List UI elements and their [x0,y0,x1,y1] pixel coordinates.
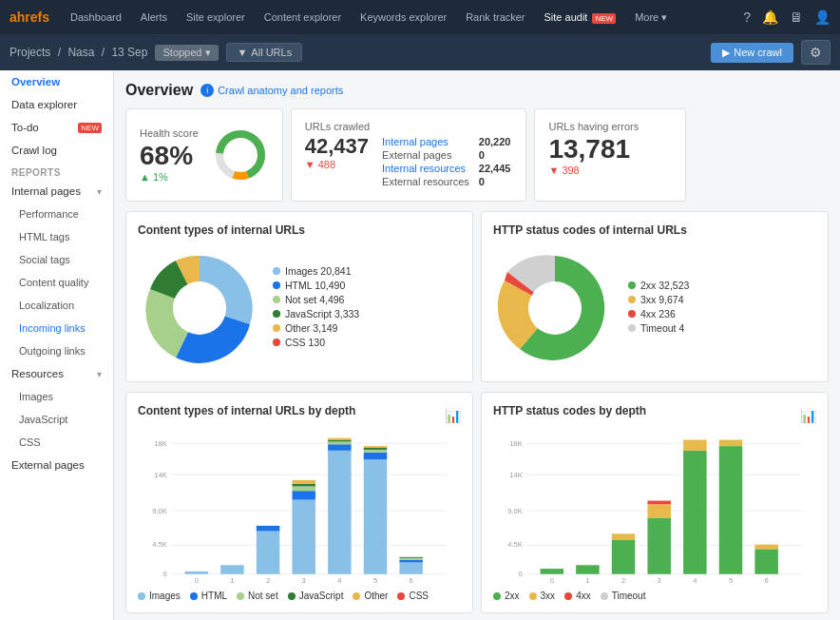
4xx-dot [628,310,636,318]
bar-legend-not-set: Not set [237,591,278,601]
svg-rect-69 [683,451,706,574]
svg-rect-28 [292,486,315,491]
http-chart-icon[interactable]: 📊 [800,408,816,423]
svg-rect-38 [364,450,387,453]
monitor-icon[interactable]: 🖥 [790,10,803,25]
svg-rect-39 [364,448,387,450]
all-urls-filter[interactable]: ▼ All URLs [226,43,302,62]
nav-alerts[interactable]: Alerts [135,8,173,27]
svg-rect-68 [647,501,670,505]
sidebar-item-html-tags[interactable]: HTML tags [0,225,113,248]
breadcrumb-projects[interactable]: Projects [10,46,50,59]
breadcrumb-nasa[interactable]: Nasa [67,46,94,59]
sidebar-item-javascript[interactable]: JavaScript [0,408,113,431]
svg-text:0: 0 [519,570,523,578]
nav-content-explorer[interactable]: Content explorer [258,8,347,27]
crawl-anatomy-link[interactable]: i Crawl anatomy and reports [200,84,343,97]
top-nav: ahrefs Dashboard Alerts Site explorer Co… [0,0,840,34]
stats-row: Health score 68% ▲ 1% URLs crawled [125,108,829,202]
svg-text:18K: 18K [154,439,166,448]
errors-change: ▼ 398 [548,165,672,176]
sidebar-item-internal-pages[interactable]: Internal pages ▾ [0,180,113,203]
sidebar-item-resources[interactable]: Resources ▾ [0,362,113,385]
sidebar-item-overview[interactable]: Overview [0,70,113,93]
sidebar-reports-label: REPORTS [0,162,113,180]
javascript-dot [273,310,280,318]
bar-images-dot [138,592,145,600]
sidebar-item-incoming-links[interactable]: Incoming links [0,317,113,339]
health-score-text: Health score 68% ▲ 1% [140,127,199,183]
svg-text:0: 0 [163,570,167,578]
svg-rect-71 [719,446,742,574]
pie-charts-row: Content types of internal URLs [125,211,829,382]
content-depth-area: 18K 14K 9.0K 4.5K 0 0 1 2 [138,433,461,585]
chart-icon[interactable]: 📊 [445,408,461,423]
sidebar-item-performance[interactable]: Performance [0,203,113,225]
user-icon[interactable]: 👤 [814,10,830,25]
sidebar-item-images[interactable]: Images [0,385,113,408]
3xx-label: 3xx 9,674 [640,294,684,305]
sidebar-item-content-quality[interactable]: Content quality [0,271,113,294]
legend-item-2xx: 2xx 32,523 [628,280,689,291]
other-dot [273,324,280,332]
svg-rect-23 [220,565,243,573]
nav-site-explorer[interactable]: Site explorer [181,8,251,27]
nav-rank-tracker[interactable]: Rank tracker [460,8,530,27]
bar-not-set-label: Not set [248,591,278,601]
svg-rect-62 [541,569,563,574]
legend-item-3xx: 3xx 9,674 [628,294,689,305]
bar-legend-3xx: 3xx [529,591,556,601]
nav-site-audit[interactable]: Site audit NEW [539,8,622,27]
svg-text:4: 4 [337,576,341,585]
nav-keywords-explorer[interactable]: Keywords explorer [354,8,452,27]
legend-item-html: HTML 10,490 [273,280,359,291]
nav-dashboard[interactable]: Dashboard [65,8,127,27]
svg-text:14K: 14K [509,471,522,479]
timeout-label: Timeout 4 [640,322,684,334]
not-set-dot [273,296,280,303]
svg-rect-74 [754,545,777,550]
new-crawl-button[interactable]: ▶ New crawl [711,43,793,63]
4xx-label: 4xx 236 [640,308,676,320]
bar-4xx-label: 4xx [576,591,591,601]
http-depth-title: HTTP status codes by depth [493,404,646,417]
svg-point-4 [528,281,582,335]
svg-rect-31 [328,451,351,574]
sidebar-item-localization[interactable]: Localization [0,294,113,317]
bar-images-label: Images [149,591,181,601]
sidebar-item-css[interactable]: CSS [0,431,113,454]
content-types-card: Content types of internal URLs [125,211,473,382]
http-depth-svg: 18K 14K 9.0K 4.5K 0 0 1 2 [493,433,816,585]
bar-legend-images: Images [138,591,181,601]
sidebar-item-social-tags[interactable]: Social tags [0,248,113,271]
http-depth-card: HTTP status codes by depth 📊 18K 14K 9.0… [481,392,829,613]
settings-button[interactable]: ⚙ [801,40,830,65]
svg-rect-26 [292,500,315,574]
stopped-badge[interactable]: Stopped ▾ [155,45,219,61]
svg-rect-65 [612,533,635,540]
table-row: External resources 0 [382,176,510,187]
sidebar-item-crawl-log[interactable]: Crawl log [0,139,113,162]
errors-value: 13,781 [548,134,672,165]
bar-javascript-label: JavaScript [299,591,344,601]
sidebar-item-todo[interactable]: To-do NEW [0,116,113,139]
bar-3xx-dot [529,592,537,600]
sidebar-item-external-pages[interactable]: External pages [0,454,113,476]
svg-text:0: 0 [195,576,199,585]
svg-text:0: 0 [550,576,554,585]
svg-text:2: 2 [621,576,625,585]
html-dot [273,281,280,289]
bar-timeout-dot [601,592,608,600]
bar-legend-timeout: Timeout [601,591,646,601]
2xx-dot [628,281,636,289]
nav-more[interactable]: More ▾ [629,8,673,28]
bell-icon[interactable]: 🔔 [762,10,778,25]
content-types-svg [138,246,261,370]
urls-crawled-card: URLs crawled 42,437 ▼ 488 Internal pages… [291,108,527,202]
sidebar-item-data-explorer[interactable]: Data explorer [0,93,113,116]
health-donut [212,126,269,184]
sidebar-item-outgoing-links[interactable]: Outgoing links [0,339,113,362]
help-icon[interactable]: ? [743,10,751,25]
images-dot [273,267,280,275]
svg-rect-25 [257,526,279,532]
